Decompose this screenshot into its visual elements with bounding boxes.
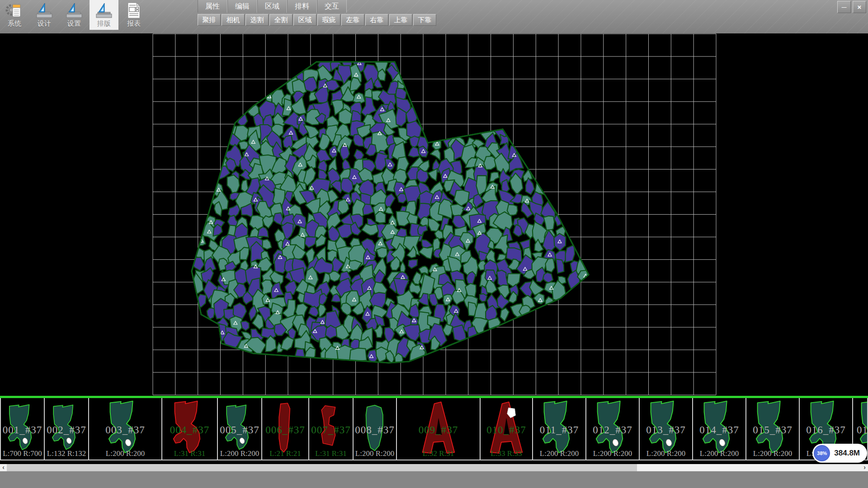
piece-lr-count-label: L:200 R:200 (640, 449, 692, 458)
report-icon (119, 1, 148, 19)
piece-id-label: 010_#37 (481, 424, 532, 436)
piece-lr-count-label: L:32 R:31 (397, 449, 480, 458)
piece-lr-count-label: L:200 R:200 (89, 449, 161, 458)
settings-icon (60, 1, 89, 19)
piece-lr-count-label: L:132 R:132 (45, 449, 88, 458)
main-button-3[interactable]: 设置 (60, 0, 89, 30)
piece-id-label: 005_#37 (218, 424, 261, 436)
menu-bar: 属性编辑区域排料交互 (198, 0, 347, 13)
piece-thumbnail-5[interactable]: 005_#37L:200 R:200 (218, 398, 262, 460)
main-button-label: 排版 (90, 19, 118, 28)
main-button-5[interactable]: 报表 (119, 0, 148, 30)
piece-thumbnail-15[interactable]: 015_#37L:200 R:200 (746, 398, 800, 460)
piece-lr-count-label: L:200 R:200 (354, 449, 396, 458)
piece-lr-count-label: L:200 R:200 (533, 449, 585, 458)
menu-item-3[interactable]: 区域 (257, 0, 287, 13)
action-button-6[interactable]: 瑕疵 (317, 14, 340, 26)
action-button-2[interactable]: 相机 (222, 14, 245, 26)
piece-id-label: 008_#37 (354, 424, 396, 436)
minimize-button[interactable]: ─ (837, 1, 851, 13)
piece-lr-count-label: L:200 R:200 (746, 449, 799, 458)
main-button-label: 设计 (30, 19, 59, 28)
nesting-canvas[interactable] (0, 33, 868, 396)
piece-id-label: 016_#37 (800, 424, 852, 436)
action-button-row: 聚排相机选割全割区域瑕疵左靠右靠上靠下靠 (198, 14, 437, 26)
piece-thumbnail-7[interactable]: 007_#37L:31 R:31 (309, 398, 354, 460)
design-icon (30, 1, 59, 19)
piece-lr-count-label: L:200 R:200 (693, 449, 745, 458)
action-button-9[interactable]: 上靠 (389, 14, 412, 26)
main-button-1[interactable]: 系统 (0, 0, 29, 30)
main-button-4[interactable]: 排版 (90, 0, 118, 30)
piece-lr-count-label: L:200 R:200 (586, 449, 639, 458)
piece-id-label: 003_#37 (89, 424, 161, 436)
scroll-left-arrow-icon[interactable]: ‹ (0, 464, 7, 471)
system-icon (0, 1, 29, 19)
menu-item-4[interactable]: 排料 (287, 0, 317, 13)
action-button-5[interactable]: 区域 (293, 14, 316, 26)
piece-thumbnail-1[interactable]: 001_#37L:700 R:700 (0, 398, 45, 460)
piece-thumbnail-10[interactable]: 010_#37L:33 R:33 (481, 398, 533, 460)
progress-circle-icon: 38% (814, 445, 830, 461)
layout-icon (90, 1, 118, 19)
piece-id-label: 014_#37 (693, 424, 745, 436)
piece-thumbnail-4[interactable]: 004_#37L:31 R:31 (162, 398, 218, 460)
main-toolbar-buttons: 系统设计设置排版报表 (0, 0, 149, 30)
scroll-right-arrow-icon[interactable]: › (861, 464, 868, 471)
piece-id-label: 009_#37 (397, 424, 480, 436)
main-button-2[interactable]: 设计 (30, 0, 59, 30)
piece-id-label: 002_#37 (45, 424, 88, 436)
main-button-label: 设置 (60, 19, 89, 28)
menu-item-2[interactable]: 编辑 (227, 0, 257, 13)
piece-thumbnail-11[interactable]: 011_#37L:200 R:200 (533, 398, 586, 460)
piece-thumbnail-9[interactable]: 009_#37L:32 R:31 (397, 398, 481, 460)
piece-lr-count-label: L:33 R:33 (481, 449, 532, 458)
piece-lr-count-label: L:31 R:31 (309, 449, 353, 458)
toolbar: 系统设计设置排版报表 属性编辑区域排料交互 聚排相机选割全割区域瑕疵左靠右靠上靠… (0, 0, 868, 33)
piece-lr-count-label: L:200 R:200 (218, 449, 261, 458)
piece-thumbnail-3[interactable]: 003_#37L:200 R:200 (89, 398, 162, 460)
menu-item-5[interactable]: 交互 (317, 0, 347, 13)
horizontal-scrollbar[interactable]: ‹ › (0, 464, 868, 471)
action-button-7[interactable]: 左靠 (341, 14, 364, 26)
piece-thumbnail-13[interactable]: 013_#37L:200 R:200 (640, 398, 693, 460)
main-button-label: 报表 (119, 19, 148, 28)
action-button-1[interactable]: 聚排 (198, 14, 221, 26)
piece-id-label: 006_#37 (262, 424, 308, 436)
piece-id-label: 015_#37 (746, 424, 799, 436)
status-bar (0, 471, 868, 488)
piece-lr-count-label: L:21 R:21 (262, 449, 308, 458)
piece-lr-count-label: L:700 R:700 (1, 449, 44, 458)
piece-id-label: 011_#37 (533, 424, 585, 436)
piece-id-label: 013_#37 (640, 424, 692, 436)
piece-thumbnail-8[interactable]: 008_#37L:200 R:200 (354, 398, 397, 460)
canvas-drawing (0, 33, 868, 396)
piece-thumbnail-12[interactable]: 012_#37L:200 R:200 (586, 398, 640, 460)
close-button[interactable]: × (853, 1, 866, 13)
action-button-3[interactable]: 选割 (245, 14, 269, 26)
piece-id-label: 004_#37 (162, 424, 217, 436)
piece-id-label: 001_#37 (1, 424, 44, 436)
action-button-4[interactable]: 全割 (269, 14, 292, 26)
memory-usage-badge[interactable]: 38% 384.8M (812, 444, 867, 463)
action-button-8[interactable]: 右靠 (365, 14, 388, 26)
piece-id-label: 017_#37 (857, 424, 868, 436)
piece-id-label: 007_#37 (309, 424, 353, 436)
piece-thumbnail-2[interactable]: 002_#37L:132 R:132 (45, 398, 89, 460)
piece-thumbnail-strip: 001_#37L:700 R:700002_#37L:132 R:132003_… (0, 398, 868, 460)
piece-thumbnail-14[interactable]: 014_#37L:200 R:200 (693, 398, 746, 460)
nesting-app-window: 系统设计设置排版报表 属性编辑区域排料交互 聚排相机选割全割区域瑕疵左靠右靠上靠… (0, 0, 868, 488)
piece-thumbnail-6[interactable]: 006_#37L:21 R:21 (262, 398, 309, 460)
piece-id-label: 012_#37 (586, 424, 639, 436)
scrollbar-thumb[interactable] (7, 464, 637, 471)
menu-item-1[interactable]: 属性 (198, 0, 227, 13)
window-controls: ─ × (837, 1, 866, 13)
piece-lr-count-label: L:31 R:31 (162, 449, 217, 458)
memory-size-label: 384.8M (834, 449, 860, 458)
main-button-label: 系统 (0, 19, 29, 28)
action-button-10[interactable]: 下靠 (413, 14, 436, 26)
strip-bottom-gap (0, 460, 868, 464)
